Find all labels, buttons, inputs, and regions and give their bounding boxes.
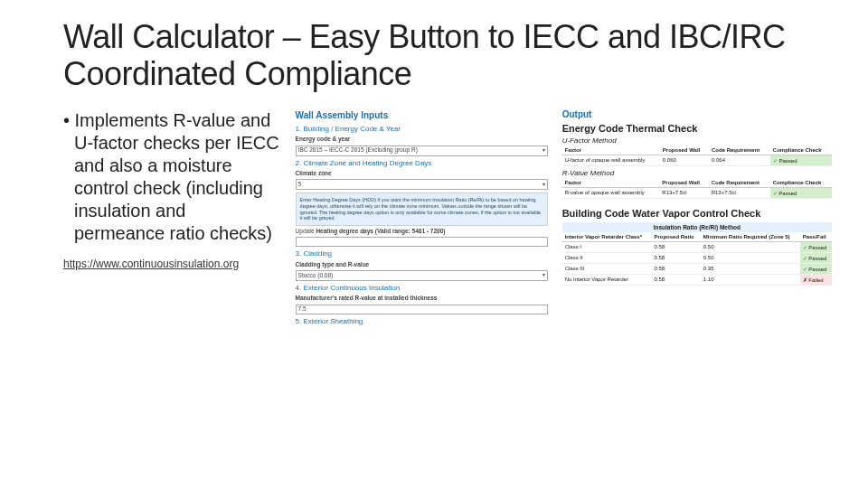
ratio-method-bar: Insulation Ratio (Re/Ri) Method	[562, 222, 832, 232]
table-row: No Interior Vapor Retarder0.581.10✗ Fail…	[562, 274, 832, 285]
section-2: 2. Climate Zone and Heating Degree Days	[296, 159, 548, 168]
bullet-column: Implements R-value and U-factor checks p…	[63, 109, 281, 329]
ufactor-method: U-Factor Method	[562, 136, 832, 145]
select-climate-zone[interactable]: 5 ▾	[296, 179, 548, 190]
output-panel: Output Energy Code Thermal Check U-Facto…	[562, 109, 832, 329]
table-row: Class II0.580.50Passed	[562, 252, 832, 263]
section-5: 5. Exterior Sheathing	[296, 317, 548, 326]
label-energy-code: Energy code & year	[296, 136, 548, 143]
input-ci-rvalue[interactable]: 7.5	[296, 305, 548, 314]
inputs-panel: Wall Assembly Inputs 1. Building / Energ…	[296, 109, 548, 329]
table-row: U-factor of opaque wall assembly0.0600.0…	[562, 155, 832, 165]
chevron-down-icon: ▾	[542, 182, 545, 189]
label-cladding: Cladding type and R-value	[296, 261, 548, 268]
input-hdd[interactable]	[296, 237, 548, 247]
vapor-check-heading: Building Code Water Vapor Control Check	[562, 208, 832, 219]
hdd-hint: Enter Heating Degree Days (HDD) if you w…	[296, 192, 548, 225]
inputs-heading: Wall Assembly Inputs	[296, 109, 548, 121]
slide-title: Wall Calculator – Easy Button to IECC an…	[63, 18, 832, 93]
rvalue-method: R-Value Method	[562, 169, 832, 177]
select-energy-code[interactable]: IBC 2015 – IECC-C 2015 (Excluding group …	[296, 145, 548, 156]
label-ci-rvalue: Manufacturer's rated R-value at installe…	[296, 295, 548, 302]
section-3: 3. Cladding	[296, 249, 548, 258]
bullet-item: Implements R-value and U-factor checks p…	[63, 109, 281, 245]
table-row: R-value of opaque wall assemblyR13+7.5ci…	[562, 187, 832, 198]
source-link[interactable]: https://www.continuousinsulation.org	[63, 258, 281, 270]
label-climate-zone: Climate zone	[296, 170, 548, 177]
vapor-table: Interior Vapor Retarder Class*Proposed R…	[562, 232, 832, 286]
table-row: Class III0.580.35Passed	[562, 263, 832, 274]
output-heading: Output	[562, 109, 832, 119]
section-4: 4. Exterior Continuous Insulation	[296, 284, 548, 293]
ufactor-table: FactorProposed WallCode RequirementCompl…	[562, 145, 832, 166]
label-hdd: Update Heating degree days (Valid range:…	[296, 228, 548, 235]
thermal-check-heading: Energy Code Thermal Check	[562, 123, 832, 134]
table-row: Class I0.580.50Passed	[562, 241, 832, 252]
select-cladding[interactable]: Stucco (0.08) ▾	[296, 270, 548, 281]
chevron-down-icon: ▾	[542, 272, 545, 279]
rvalue-table: FactorProposed WallCode RequirementCompl…	[562, 178, 832, 199]
section-1: 1. Building / Energy Code & Year	[296, 125, 548, 134]
chevron-down-icon: ▾	[542, 147, 545, 155]
